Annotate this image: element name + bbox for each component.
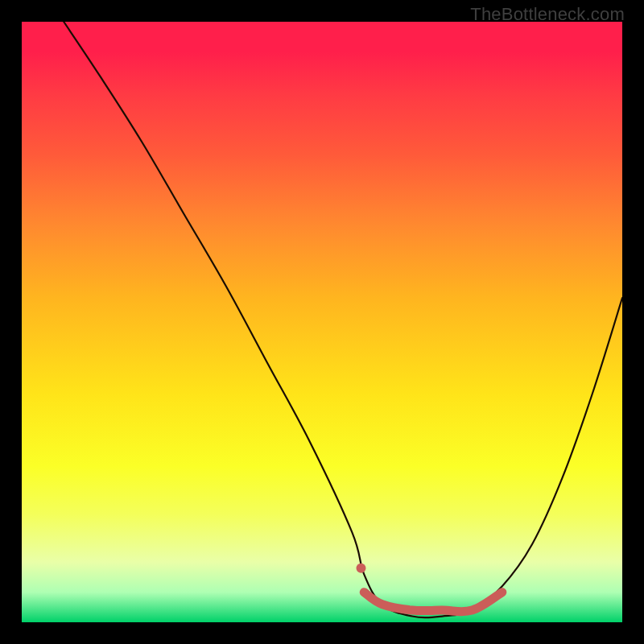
chart-svg: [22, 22, 622, 622]
plot-area: [22, 22, 622, 622]
chart-frame: TheBottleneck.com: [0, 0, 644, 644]
bottom-border: [0, 622, 644, 644]
highlight-segment: [364, 592, 502, 612]
highlight-start-dot: [356, 564, 365, 573]
watermark-text: TheBottleneck.com: [470, 4, 625, 25]
curve-line: [64, 22, 622, 617]
